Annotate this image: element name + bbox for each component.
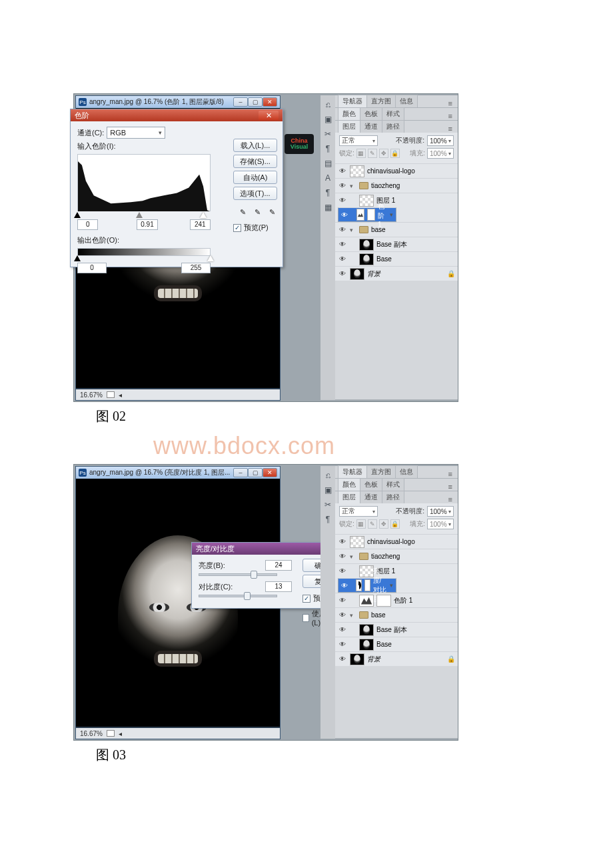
- layer-row[interactable]: 👁背景🔒: [335, 266, 458, 281]
- panel-menu-icon[interactable]: ≡: [446, 99, 455, 107]
- tab-swatches[interactable]: 色板: [360, 107, 382, 120]
- type-icon[interactable]: A: [322, 173, 333, 183]
- tab-swatches[interactable]: 色板: [360, 478, 382, 491]
- panel-menu-icon[interactable]: ≡: [446, 483, 455, 491]
- output-slider[interactable]: [77, 256, 211, 263]
- status-icon[interactable]: [107, 730, 115, 737]
- fill-input[interactable]: 100%: [427, 519, 454, 529]
- opacity-input[interactable]: 100%: [427, 135, 454, 146]
- tab-color[interactable]: 颜色: [338, 478, 360, 491]
- visibility-icon[interactable]: 👁: [338, 167, 347, 175]
- opacity-input[interactable]: 100%: [427, 506, 454, 517]
- layer-mask-thumb[interactable]: [376, 595, 391, 607]
- output-gradient[interactable]: [77, 248, 211, 256]
- layer-row[interactable]: 👁▾base: [335, 607, 458, 622]
- layercomp-icon[interactable]: ▤: [322, 158, 333, 169]
- contrast-slider[interactable]: [199, 595, 277, 597]
- visibility-icon[interactable]: 👁: [338, 641, 347, 648]
- win-minimize[interactable]: –: [233, 97, 248, 107]
- actions-icon[interactable]: ▣: [322, 485, 333, 495]
- visibility-icon[interactable]: 👁: [338, 255, 347, 263]
- layer-row[interactable]: 👁▾tiaozheng: [335, 549, 458, 563]
- tab-styles[interactable]: 样式: [382, 107, 404, 120]
- char-icon[interactable]: ¶: [322, 514, 333, 525]
- tab-layers[interactable]: 图层: [338, 491, 360, 503]
- layer-row[interactable]: 👁chinavisual-logo: [335, 534, 458, 549]
- char-icon[interactable]: ¶: [322, 143, 333, 154]
- visibility-icon[interactable]: 👁: [338, 611, 347, 619]
- visibility-icon[interactable]: 👁: [338, 241, 347, 248]
- lock-move-icon[interactable]: ✥: [379, 519, 388, 529]
- input-shadow-value[interactable]: 0: [77, 219, 98, 230]
- output-shadow-value[interactable]: 0: [77, 263, 107, 273]
- eyedropper-white-icon[interactable]: ✎: [267, 207, 277, 217]
- midtone-handle[interactable]: [136, 212, 143, 218]
- scroll-left-icon[interactable]: ◂: [119, 391, 122, 399]
- lock-move-icon[interactable]: ✥: [379, 149, 388, 158]
- layer-row[interactable]: 👁▾base: [335, 222, 458, 237]
- output-shadow-handle[interactable]: [74, 255, 81, 261]
- tab-paths[interactable]: 路径: [382, 120, 404, 133]
- visibility-icon[interactable]: 👁: [338, 553, 347, 560]
- panel-menu-icon[interactable]: ≡: [446, 125, 455, 133]
- visibility-icon[interactable]: 👁: [338, 655, 347, 663]
- visibility-icon[interactable]: 👁: [338, 567, 347, 575]
- panel-menu-icon[interactable]: ≡: [446, 470, 455, 478]
- output-highlight-value[interactable]: 255: [181, 263, 211, 273]
- layer-row[interactable]: 👁Base 副本: [335, 237, 458, 251]
- tab-info[interactable]: 信息: [395, 465, 418, 478]
- scroll-left-icon[interactable]: ◂: [119, 730, 122, 737]
- blend-mode-select[interactable]: 正常: [339, 506, 378, 517]
- channel-select[interactable]: RGB: [107, 127, 165, 139]
- status-icon[interactable]: [107, 391, 115, 398]
- win-close[interactable]: ✕: [263, 468, 277, 477]
- dialog-close[interactable]: ✕: [259, 111, 279, 120]
- para-icon[interactable]: ¶: [322, 187, 333, 198]
- visibility-icon[interactable]: 👁: [338, 226, 347, 233]
- lock-paint-icon[interactable]: ✎: [368, 149, 377, 158]
- win-close[interactable]: ✕: [263, 97, 277, 107]
- layer-row[interactable]: 👁Base: [335, 251, 458, 266]
- tab-styles[interactable]: 样式: [382, 478, 404, 491]
- output-highlight-handle[interactable]: [207, 255, 214, 261]
- history-icon[interactable]: ⎌: [322, 470, 333, 481]
- tab-paths[interactable]: 路径: [382, 491, 404, 503]
- lock-trans-icon[interactable]: ▦: [356, 519, 366, 529]
- visibility-icon[interactable]: 👁: [338, 197, 347, 204]
- blend-mode-select[interactable]: 正常: [339, 135, 378, 146]
- lock-all-icon[interactable]: 🔒: [390, 149, 400, 158]
- load-button[interactable]: 载入(L)...: [233, 139, 277, 152]
- highlight-handle[interactable]: [200, 212, 207, 218]
- tab-navigator[interactable]: 导航器: [338, 465, 367, 478]
- styles-icon[interactable]: ▦: [322, 202, 333, 213]
- contrast-value[interactable]: 13: [265, 581, 292, 592]
- options-button[interactable]: 选项(T)...: [233, 187, 277, 200]
- visibility-icon[interactable]: 👁: [338, 182, 347, 189]
- actions-icon[interactable]: ▣: [322, 114, 333, 125]
- visibility-icon[interactable]: 👁: [338, 270, 347, 277]
- preview-checkbox[interactable]: ✓预览(P): [233, 223, 277, 233]
- lock-trans-icon[interactable]: ▦: [356, 149, 366, 158]
- layer-row[interactable]: 👁亮度/对比度 1: [338, 578, 396, 593]
- layer-row[interactable]: 👁Base 副本: [335, 622, 458, 637]
- eyedropper-black-icon[interactable]: ✎: [237, 207, 248, 217]
- layer-row[interactable]: 👁Base: [335, 637, 458, 651]
- tab-layers[interactable]: 图层: [338, 120, 360, 133]
- eyedropper-gray-icon[interactable]: ✎: [252, 207, 263, 217]
- layer-row[interactable]: 👁chinavisual-logo: [335, 163, 458, 178]
- tab-color[interactable]: 颜色: [338, 107, 360, 120]
- visibility-icon[interactable]: 👁: [338, 597, 347, 604]
- tab-histogram[interactable]: 直方图: [366, 465, 396, 478]
- shadow-handle[interactable]: [74, 212, 81, 218]
- brush-icon[interactable]: ✂: [322, 499, 333, 510]
- save-button[interactable]: 存储(S)...: [233, 155, 277, 168]
- visibility-icon[interactable]: 👁: [341, 582, 348, 589]
- win-maximize[interactable]: ▢: [248, 97, 263, 107]
- visibility-icon[interactable]: 👁: [338, 538, 347, 545]
- brightness-value[interactable]: 24: [265, 560, 292, 571]
- layer-row[interactable]: 👁色阶 1: [335, 593, 458, 607]
- layer-row[interactable]: 👁背景🔒: [335, 651, 458, 666]
- panel-menu-icon[interactable]: ≡: [446, 112, 455, 120]
- visibility-icon[interactable]: 👁: [341, 211, 348, 219]
- layer-row[interactable]: 👁色阶 1: [338, 207, 396, 222]
